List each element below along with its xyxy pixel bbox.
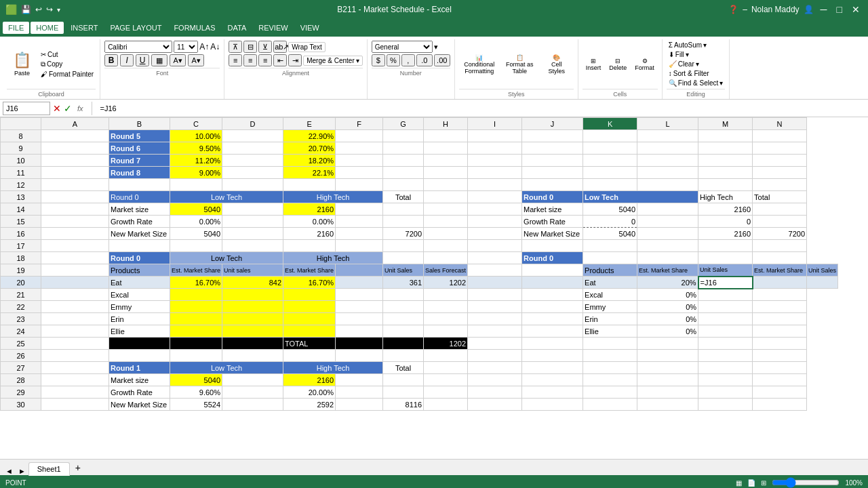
cell-I17[interactable]: [468, 240, 522, 252]
menu-data[interactable]: DATA: [222, 22, 252, 34]
cell-B14[interactable]: Market size: [109, 203, 170, 216]
cell-E12[interactable]: [283, 179, 336, 191]
cell-G25[interactable]: [383, 338, 424, 350]
cell-E19[interactable]: Est. Market Share: [283, 264, 336, 277]
cell-H19-g[interactable]: Sales Forecast: [424, 264, 468, 277]
cell-M21[interactable]: [698, 289, 753, 301]
cell-J14[interactable]: Market size: [522, 203, 583, 216]
cell-D29[interactable]: [222, 386, 283, 399]
cell-B26[interactable]: [109, 350, 170, 362]
cell-N21[interactable]: [753, 289, 807, 301]
cell-C28[interactable]: 5040: [170, 374, 222, 386]
cell-K8[interactable]: [583, 130, 637, 142]
cell-B27[interactable]: Round 1: [109, 362, 170, 374]
cell-M11[interactable]: [698, 167, 753, 179]
align-center-button[interactable]: ≡: [243, 54, 257, 66]
number-format-dropdown-icon[interactable]: ▾: [434, 43, 438, 52]
fill-button[interactable]: ⬇ Fill ▾: [667, 50, 691, 59]
cell-M12[interactable]: [698, 179, 753, 191]
find-select-button[interactable]: 🔍 Find & Select ▾: [667, 79, 725, 87]
merge-dropdown-icon[interactable]: ▾: [356, 57, 359, 64]
cell-L27[interactable]: [637, 362, 698, 374]
comma-button[interactable]: ,: [401, 54, 415, 66]
cell-N19[interactable]: Unit Sales: [807, 264, 838, 277]
cell-I15[interactable]: [468, 216, 522, 228]
cell-A17[interactable]: [41, 240, 109, 252]
cell-D19[interactable]: Unit sales: [222, 264, 283, 277]
cell-G21[interactable]: [383, 289, 424, 301]
cell-M15[interactable]: 0: [698, 216, 753, 228]
cell-F9[interactable]: [336, 142, 383, 155]
ribbon-minimize[interactable]: –: [743, 5, 747, 14]
cell-G26[interactable]: [383, 350, 424, 362]
cell-N26[interactable]: [753, 350, 807, 362]
col-header-A[interactable]: A: [41, 118, 109, 130]
cell-D8[interactable]: [222, 130, 283, 142]
cell-I21[interactable]: [468, 289, 522, 301]
cell-C21[interactable]: [170, 289, 222, 301]
cell-J18[interactable]: Round 0: [522, 252, 583, 264]
cell-N8[interactable]: [753, 130, 807, 142]
normal-view-icon[interactable]: ▦: [736, 479, 742, 487]
cell-C29[interactable]: 9.60%: [170, 386, 222, 399]
cell-G23[interactable]: [383, 313, 424, 325]
cell-C24[interactable]: [170, 325, 222, 338]
cell-N11[interactable]: [753, 167, 807, 179]
cell-A20[interactable]: [41, 277, 109, 289]
cell-I28[interactable]: [468, 374, 522, 386]
cell-H25[interactable]: 1202: [424, 338, 468, 350]
cell-C19[interactable]: Est. Market Share: [170, 264, 222, 277]
delete-cells-button[interactable]: ⊟ Delete: [606, 56, 630, 73]
cell-I8[interactable]: [468, 130, 522, 142]
cell-D24[interactable]: [222, 325, 283, 338]
cell-A25[interactable]: [41, 338, 109, 350]
cell-L20[interactable]: 20%: [637, 277, 698, 289]
cell-A16[interactable]: [41, 228, 109, 240]
cell-L26[interactable]: [637, 350, 698, 362]
cell-K13[interactable]: Low Tech: [583, 191, 698, 203]
cell-B8[interactable]: Round 5: [109, 130, 170, 142]
cell-C25[interactable]: [170, 338, 222, 350]
cell-M23[interactable]: [698, 313, 753, 325]
cell-C16[interactable]: 5040: [170, 228, 222, 240]
cell-M8[interactable]: [698, 130, 753, 142]
cell-D23[interactable]: [222, 313, 283, 325]
cell-L18[interactable]: [637, 252, 698, 264]
cell-F28[interactable]: [336, 374, 383, 386]
cell-B19[interactable]: Products: [109, 264, 170, 277]
cell-E24[interactable]: [283, 325, 336, 338]
cell-H15[interactable]: [424, 216, 468, 228]
formula-cancel-btn[interactable]: ✕: [53, 103, 61, 114]
cell-I16[interactable]: [468, 228, 522, 240]
cell-J15[interactable]: Growth Rate: [522, 216, 583, 228]
cell-H24[interactable]: [424, 325, 468, 338]
cell-G24[interactable]: [383, 325, 424, 338]
zoom-slider[interactable]: [772, 477, 840, 488]
cell-B10[interactable]: Round 7: [109, 155, 170, 167]
cell-B29[interactable]: Growth Rate: [109, 386, 170, 399]
cell-A28[interactable]: [41, 374, 109, 386]
cell-M16[interactable]: 2160: [698, 228, 753, 240]
cell-F20[interactable]: [336, 277, 383, 289]
cell-D17[interactable]: [222, 240, 283, 252]
cell-M20-active[interactable]: =J16: [698, 277, 753, 289]
number-format-select[interactable]: General: [372, 41, 433, 53]
cell-G15[interactable]: [383, 216, 424, 228]
cell-M30[interactable]: [698, 399, 753, 411]
format-painter-button[interactable]: 🖌 Format Painter: [39, 70, 96, 79]
cell-D30[interactable]: [222, 399, 283, 411]
cell-D16[interactable]: [222, 228, 283, 240]
col-header-I[interactable]: I: [468, 118, 522, 130]
formula-input[interactable]: [98, 104, 865, 113]
align-middle-button[interactable]: ⊟: [243, 41, 257, 53]
cell-J22[interactable]: [522, 301, 583, 313]
cell-M26[interactable]: [698, 350, 753, 362]
cell-I12[interactable]: [468, 179, 522, 191]
cell-I19[interactable]: [522, 264, 583, 277]
cell-D28[interactable]: [222, 374, 283, 386]
cell-N29[interactable]: [753, 386, 807, 399]
cell-J12[interactable]: [522, 179, 583, 191]
cell-K11[interactable]: [583, 167, 637, 179]
cell-C8[interactable]: 10.00%: [170, 130, 222, 142]
decrease-decimal-button[interactable]: .0: [416, 54, 433, 66]
